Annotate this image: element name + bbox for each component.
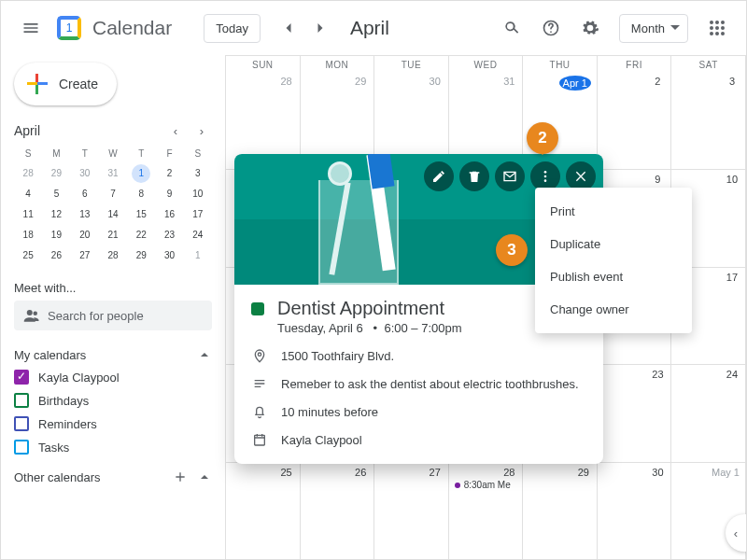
day-cell[interactable]: 288:30am Me	[449, 463, 524, 560]
mini-day[interactable]: 14	[99, 204, 127, 225]
mini-day[interactable]: 30	[155, 245, 183, 266]
mini-calendar: SMTWTFS282930311234567891011121314151617…	[14, 145, 212, 266]
sidebar: Create April ‹ › SMTWTFS2829303112345678…	[1, 55, 225, 560]
mini-day[interactable]: 21	[99, 225, 127, 245]
app-logo: 1 Calendar	[53, 12, 172, 44]
menu-item-change-owner[interactable]: Change owner	[535, 293, 692, 326]
event-chip[interactable]: 8:30am Me	[455, 480, 517, 490]
close-icon	[573, 169, 588, 184]
day-cell[interactable]: 29	[523, 463, 598, 560]
view-selector[interactable]: Month	[619, 14, 688, 43]
svg-point-13	[544, 171, 547, 174]
prev-month-button[interactable]	[274, 13, 303, 43]
mini-day[interactable]: 29	[127, 245, 155, 266]
day-cell[interactable]: 3	[671, 72, 746, 170]
mini-day[interactable]: 25	[14, 245, 42, 266]
mini-day[interactable]: 24	[184, 225, 212, 245]
mini-day[interactable]: 27	[71, 245, 99, 266]
mini-next-button[interactable]: ›	[191, 120, 212, 141]
day-cell[interactable]: 26	[301, 463, 375, 560]
delete-event-button[interactable]	[459, 161, 489, 191]
day-cell[interactable]: 2	[598, 72, 672, 170]
mini-day[interactable]: 6	[71, 184, 99, 204]
mini-day[interactable]: 29	[42, 163, 70, 184]
mini-dow: T	[127, 145, 155, 163]
mini-day[interactable]: 12	[42, 204, 70, 225]
mini-day[interactable]: 28	[14, 163, 42, 184]
help-button[interactable]	[533, 10, 569, 46]
view-label: Month	[631, 21, 665, 35]
mini-dow: F	[155, 145, 183, 163]
calendar-toggle[interactable]: Kayla Claypool	[14, 370, 212, 385]
grid-dow: SUN	[226, 56, 301, 72]
create-button[interactable]: Create	[14, 63, 117, 105]
mini-day[interactable]: 17	[184, 204, 212, 225]
chevron-left-icon	[279, 19, 298, 37]
event-options-menu: PrintDuplicatePublish eventChange owner	[535, 188, 692, 333]
menu-item-duplicate[interactable]: Duplicate	[535, 228, 692, 260]
svg-point-16	[258, 353, 261, 356]
mini-day[interactable]: 7	[99, 184, 127, 204]
settings-button[interactable]	[572, 10, 608, 46]
event-reminder: 10 minutes before	[281, 405, 378, 419]
grid-dow: SAT	[671, 56, 746, 72]
description-icon	[252, 376, 267, 391]
menu-icon	[21, 19, 40, 37]
menu-item-print[interactable]: Print	[535, 195, 692, 228]
mini-day[interactable]: 16	[155, 204, 183, 225]
mini-day[interactable]: 1	[184, 245, 212, 266]
mini-day[interactable]: 9	[155, 184, 183, 204]
mini-day[interactable]: 20	[71, 225, 99, 245]
mini-day[interactable]: 2	[155, 163, 183, 184]
mini-prev-button[interactable]: ‹	[165, 120, 186, 141]
day-cell[interactable]: 24	[671, 365, 746, 463]
header: 1 Calendar Today April Month	[1, 1, 746, 55]
calendar-name: Birthdays	[38, 394, 89, 408]
mini-day[interactable]: 3	[184, 163, 212, 184]
next-month-button[interactable]	[305, 13, 335, 43]
mini-day[interactable]: 28	[99, 245, 127, 266]
day-cell[interactable]: 30	[598, 463, 672, 560]
main-menu-button[interactable]	[12, 9, 49, 47]
mini-day[interactable]: 26	[42, 245, 70, 266]
svg-point-5	[710, 26, 713, 30]
mini-day[interactable]: 4	[14, 184, 42, 204]
mini-cal-month: April	[14, 123, 40, 138]
menu-item-publish-event[interactable]: Publish event	[535, 260, 692, 293]
calendar-toggle[interactable]: Reminders	[14, 416, 212, 431]
mini-day[interactable]: 5	[42, 184, 70, 204]
apps-grid-icon	[709, 20, 726, 36]
apps-button[interactable]	[699, 10, 735, 46]
event-description: Remeber to ask the dentist about electri…	[281, 377, 579, 391]
mini-day[interactable]: 30	[71, 163, 99, 184]
mini-day[interactable]: 15	[127, 204, 155, 225]
mini-day[interactable]: 1	[132, 164, 150, 183]
mini-day[interactable]: 23	[155, 225, 183, 245]
day-cell[interactable]: 27	[374, 463, 449, 560]
calendar-toggle[interactable]: Tasks	[14, 440, 212, 455]
mini-day[interactable]: 19	[42, 225, 70, 245]
search-button[interactable]	[494, 10, 529, 46]
my-calendars-section[interactable]: My calendars	[14, 347, 212, 362]
day-cell[interactable]: 23	[598, 365, 672, 463]
chevron-right-icon	[311, 19, 330, 37]
other-calendars-section[interactable]: Other calendars	[14, 469, 212, 484]
mini-day[interactable]: 10	[184, 184, 212, 204]
add-calendar-icon[interactable]	[173, 469, 188, 484]
svg-point-11	[27, 310, 33, 315]
mini-day[interactable]: 22	[127, 225, 155, 245]
search-people-input[interactable]: Search for people	[14, 301, 212, 330]
edit-event-button[interactable]	[424, 161, 454, 191]
calendar-toggle[interactable]: Birthdays	[14, 393, 212, 408]
mini-day[interactable]: 18	[14, 225, 42, 245]
email-guests-button[interactable]	[495, 161, 525, 191]
mini-day[interactable]: 8	[127, 184, 155, 204]
mini-day[interactable]: 31	[99, 163, 127, 184]
mini-day[interactable]: 13	[71, 204, 99, 225]
grid-dow: TUE	[374, 56, 449, 72]
more-vert-icon	[538, 169, 553, 184]
today-button[interactable]: Today	[204, 14, 261, 43]
event-location: 1500 Toothfairy Blvd.	[281, 349, 394, 363]
mini-day[interactable]: 11	[14, 204, 42, 225]
day-cell[interactable]: 25	[226, 463, 301, 560]
